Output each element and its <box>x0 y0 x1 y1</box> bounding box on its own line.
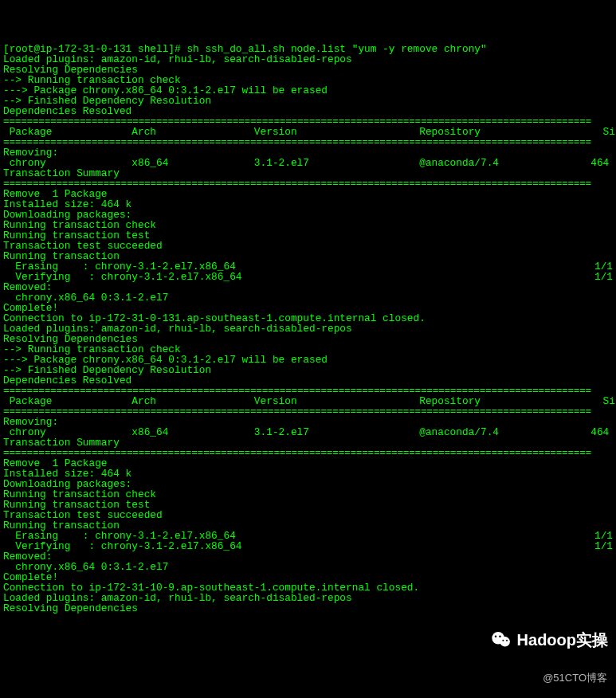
watermark-subtitle: @51CTO博客 <box>490 673 607 683</box>
watermark-title: Hadoop实操 <box>517 635 608 645</box>
svg-point-1 <box>500 637 509 646</box>
terminal-output: [root@ip-172-31-0-131 shell]# sh ssh_do_… <box>3 44 613 614</box>
svg-point-4 <box>502 640 504 641</box>
svg-point-2 <box>494 635 496 637</box>
watermark: Hadoop实操 @51CTO博客 <box>490 608 608 693</box>
svg-point-5 <box>506 640 508 641</box>
wechat-icon <box>490 629 512 651</box>
svg-point-3 <box>499 635 500 637</box>
